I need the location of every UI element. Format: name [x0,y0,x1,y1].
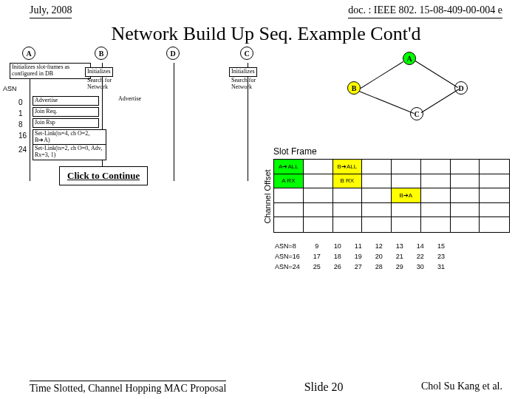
table-row: ASN=8 9 10 11 12 13 14 15 [275,242,451,250]
cell-empty [274,188,303,203]
node-a-icon: A [22,47,35,60]
asn-24: 24 [18,146,27,154]
topology-diagram: A B D C [347,52,473,118]
node-d-icon: D [166,47,180,60]
slotframe-title: Slot Frame [273,146,317,157]
topo-node-b: B [347,81,361,95]
page-title: Network Build Up Seq. Example Cont'd [0,23,532,45]
header-doc: doc. : IEEE 802. 15-08-409-00-004 e [348,4,502,18]
cell-b-a: B➔A [392,188,420,203]
table-row: ASN=16 17 18 19 20 21 22 23 [275,252,451,261]
topo-node-d: D [454,81,468,95]
topo-node-a: A [403,52,416,65]
set-link-2: Set-Link(ts=2, ch O=0, Adv, Rx=3, 1) [33,144,106,160]
search-c: Search for Network [231,78,268,91]
lifeline-a [30,63,30,181]
slotframe-grid: A➔ALL A RX B➔ALL B RX B➔A [273,159,510,233]
init-b-box: Initializes [85,67,113,77]
advertise-0b: Advertise [118,96,141,103]
asn-0: 0 [18,98,23,106]
cell-b-rx: B RX [333,174,362,189]
header-date: July, 2008 [30,4,72,18]
asn-table: ASN=8 9 10 11 12 13 14 15 ASN=16 17 18 1… [273,240,452,273]
topo-edge-ad [415,61,458,88]
search-b: Search for Network [87,78,124,91]
content: Initializes slot-frames as configured in… [0,63,532,181]
node-b-icon: B [95,47,108,60]
cell-empty [274,203,303,218]
footer-left: Time Slotted, Channel Hopping MAC Propos… [30,381,226,395]
topo-edge-bc [359,91,415,114]
click-to-continue-button[interactable]: Click to Continue [59,166,148,185]
topo-edge-ab [361,61,403,89]
asn-8: 8 [18,120,23,129]
topo-edge-cd [421,89,459,113]
topo-node-c: C [410,107,423,120]
advertise-0: Advertise [33,96,99,106]
footer-slide: Slide 20 [304,381,344,395]
table-row: ASN=24 25 26 27 28 29 30 31 [275,262,451,271]
join-req: Join Req. [33,107,99,117]
set-link-1: Set-Link(ts=4, ch O=2, B➔A) [33,129,106,146]
channel-offset-label: Channel Offset [263,169,272,223]
footer-author: Chol Su Kang et al. [421,381,502,395]
footer: Time Slotted, Channel Hopping MAC Propos… [0,381,532,395]
join-rsp: Join Rsp [33,118,99,128]
cell-empty [274,217,303,232]
asn-16: 16 [18,132,27,140]
asn-label: ASN [3,85,17,92]
node-c-icon: C [240,47,253,60]
header: July, 2008 doc. : IEEE 802. 15-08-409-00… [0,0,532,18]
init-slotframes-box: Initializes slot-frames as configured in… [10,63,91,79]
cell-b-all: B➔ALL [333,160,362,174]
init-c-box: Initializes [229,67,257,77]
cell-a-rx: A RX [274,174,303,189]
cell-a-all: A➔ALL [274,160,303,174]
asn-1: 1 [18,109,23,117]
lifeline-d [174,63,174,181]
